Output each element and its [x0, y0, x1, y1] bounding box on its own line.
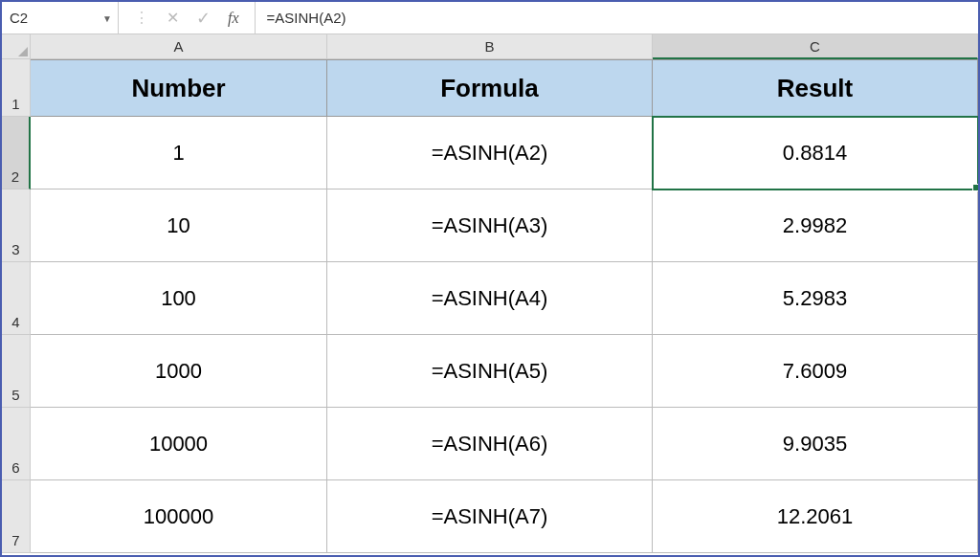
cell-A4[interactable]: 100 [31, 262, 327, 335]
cell-C7[interactable]: 12.2061 [653, 480, 978, 553]
row-head-2[interactable]: 2 [2, 117, 31, 189]
cell-C6[interactable]: 9.9035 [653, 408, 978, 480]
cell-C4[interactable]: 5.2983 [653, 262, 978, 335]
row-head-5[interactable]: 5 [2, 335, 31, 408]
cancel-icon[interactable]: ✕ [167, 9, 179, 27]
cell-A6[interactable]: 10000 [31, 408, 327, 480]
cell-A7[interactable]: 100000 [31, 480, 327, 553]
formula-input[interactable]: =ASINH(A2) [256, 2, 978, 33]
select-all-corner[interactable] [2, 34, 31, 59]
formula-bar-buttons: ⋮ ✕ ✓ fx [119, 2, 256, 33]
row-head-7[interactable]: 7 [2, 480, 31, 553]
row-head-4[interactable]: 4 [2, 262, 31, 335]
formula-input-value: =ASINH(A2) [267, 10, 346, 26]
col-head-A[interactable]: A [31, 34, 327, 59]
fx-icon[interactable]: fx [228, 10, 239, 27]
cell-B7[interactable]: =ASINH(A7) [327, 480, 653, 553]
enter-icon[interactable]: ✓ [196, 8, 211, 29]
cell-A3[interactable]: 10 [31, 189, 327, 262]
cell-C2[interactable]: 0.8814 [653, 117, 978, 189]
col-head-C[interactable]: C [653, 34, 978, 59]
cell-B6[interactable]: =ASINH(A6) [327, 408, 653, 480]
cell-C1[interactable]: Result [653, 59, 978, 117]
spreadsheet-grid: A B C 1 Number Formula Result 2 1 =ASINH… [2, 34, 978, 553]
cell-B2[interactable]: =ASINH(A2) [327, 117, 653, 189]
cell-B1[interactable]: Formula [327, 59, 653, 117]
cell-B4[interactable]: =ASINH(A4) [327, 262, 653, 335]
row-head-3[interactable]: 3 [2, 189, 31, 262]
cell-A1[interactable]: Number [31, 59, 327, 117]
col-head-B[interactable]: B [327, 34, 653, 59]
cell-A2[interactable]: 1 [31, 117, 327, 189]
dots-icon: ⋮ [134, 11, 149, 26]
cell-B5[interactable]: =ASINH(A5) [327, 335, 653, 408]
cell-B3[interactable]: =ASINH(A3) [327, 189, 653, 262]
cell-A5[interactable]: 1000 [31, 335, 327, 408]
formula-bar: C2 ▼ ⋮ ✕ ✓ fx =ASINH(A2) [2, 2, 978, 34]
name-box-value: C2 [10, 10, 28, 26]
name-box[interactable]: C2 ▼ [2, 2, 119, 33]
cell-C3[interactable]: 2.9982 [653, 189, 978, 262]
cell-C5[interactable]: 7.6009 [653, 335, 978, 408]
chevron-down-icon[interactable]: ▼ [102, 12, 112, 23]
row-head-1[interactable]: 1 [2, 59, 31, 117]
row-head-6[interactable]: 6 [2, 408, 31, 480]
